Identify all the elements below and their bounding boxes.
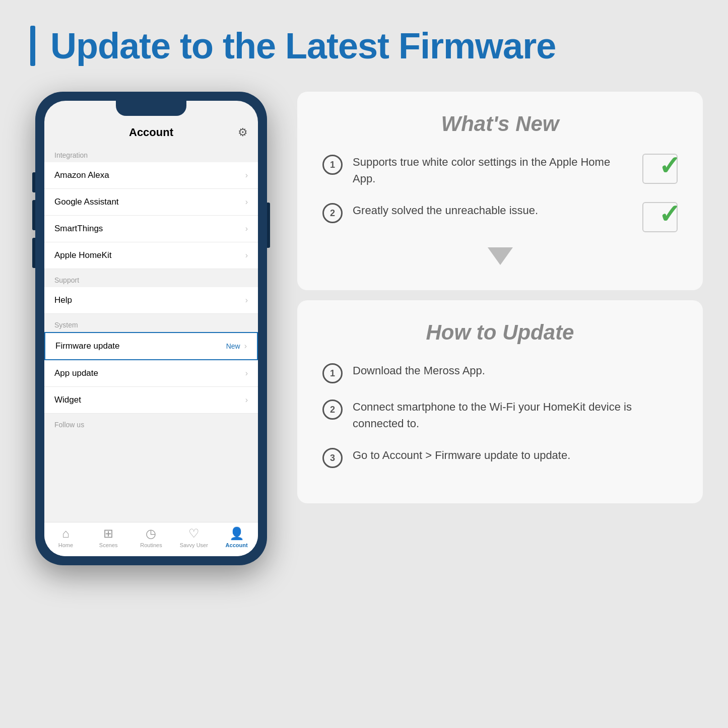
right-panel: What's New 1 Supports true white color s… (297, 82, 703, 714)
nav-item-scenes[interactable]: ⊞ Scenes (87, 526, 130, 548)
menu-item-smartthings[interactable]: SmartThings › (44, 216, 258, 242)
step-number-2: 2 (322, 400, 343, 420)
chevron-icon: › (245, 369, 248, 378)
arrow-down (322, 247, 678, 265)
menu-item-amazon-alexa[interactable]: Amazon Alexa › (44, 162, 258, 189)
bottom-nav: ⌂ Home ⊞ Scenes ◷ Routines ♡ (44, 522, 258, 556)
menu-item-apple-homekit[interactable]: Apple HomeKit › (44, 242, 258, 269)
how-to-update-card: How to Update 1 Download the Meross App.… (297, 300, 703, 503)
checkmark-2 (642, 202, 678, 232)
whats-new-item-1: 1 Supports true white color settings in … (322, 154, 678, 187)
title-bar: Update to the Latest Firmware (0, 0, 728, 82)
whats-new-list: 1 Supports true white color settings in … (322, 154, 678, 232)
home-icon: ⌂ (62, 526, 70, 541)
chevron-icon: › (245, 171, 248, 180)
menu-item-firmware-update[interactable]: Firmware update New › (44, 332, 258, 360)
menu-item-widget[interactable]: Widget › (44, 387, 258, 414)
nav-item-account[interactable]: 👤 Account (215, 526, 258, 548)
feature-text-1: Supports true white color settings in th… (353, 154, 632, 187)
routines-icon: ◷ (146, 526, 156, 541)
gear-icon[interactable]: ⚙ (238, 126, 248, 139)
whats-new-title: What's New (322, 112, 678, 136)
menu-item-help[interactable]: Help › (44, 287, 258, 314)
chevron-icon: › (244, 342, 247, 351)
feature-text-2: Greatly solved the unreachable issue. (353, 202, 632, 219)
phone-button-vol-down (32, 238, 35, 268)
chevron-icon: › (245, 224, 248, 233)
how-to-item-3: 3 Go to Account > Firmware update to upd… (322, 447, 678, 468)
menu-item-google-assistant[interactable]: Google Assistant › (44, 189, 258, 216)
phone-button-power (267, 203, 270, 248)
new-badge: New (226, 342, 240, 350)
nav-item-savvy-user[interactable]: ♡ Savvy User (172, 526, 215, 548)
how-to-item-2: 2 Connect smartphone to the Wi-Fi your H… (322, 399, 678, 432)
step-number-3: 3 (322, 448, 343, 468)
section-label-integration: Integration (44, 144, 258, 162)
phone-button-vol-up (32, 200, 35, 230)
scenes-icon: ⊞ (103, 526, 113, 541)
step-number-1: 1 (322, 363, 343, 383)
phone-screen: Account ⚙ Integration Amazon Alexa › (44, 101, 258, 556)
screen-body: Integration Amazon Alexa › Google Assist… (44, 144, 258, 522)
checkmark-1 (642, 154, 678, 184)
screen-title: Account (129, 126, 173, 139)
chevron-icon: › (245, 197, 248, 207)
whats-new-item-2: 2 Greatly solved the unreachable issue. (322, 202, 678, 232)
phone-button-silent (32, 172, 35, 192)
how-to-update-title: How to Update (322, 320, 678, 345)
section-label-system: System (44, 314, 258, 332)
menu-item-app-update[interactable]: App update › (44, 360, 258, 387)
feature-number-2: 2 (322, 203, 343, 223)
chevron-icon: › (245, 395, 248, 405)
nav-item-routines[interactable]: ◷ Routines (130, 526, 173, 548)
phone-notch (116, 101, 186, 116)
page-title: Update to the Latest Firmware (50, 25, 556, 67)
how-to-item-1: 1 Download the Meross App. (322, 362, 678, 383)
step-text-1: Download the Meross App. (353, 362, 678, 379)
whats-new-card: What's New 1 Supports true white color s… (297, 92, 703, 290)
step-text-3: Go to Account > Firmware update to updat… (353, 447, 678, 464)
savvy-user-icon: ♡ (188, 526, 200, 541)
nav-item-home[interactable]: ⌂ Home (44, 526, 87, 548)
chevron-icon: › (245, 251, 248, 260)
how-to-update-list: 1 Download the Meross App. 2 Connect sma… (322, 362, 678, 468)
screen-header: Account ⚙ (44, 121, 258, 144)
step-text-2: Connect smartphone to the Wi-Fi your Hom… (353, 399, 678, 432)
phone-section: Account ⚙ Integration Amazon Alexa › (25, 82, 277, 714)
phone-mockup: Account ⚙ Integration Amazon Alexa › (35, 92, 267, 565)
title-bar-accent (30, 26, 35, 66)
main-content: Account ⚙ Integration Amazon Alexa › (0, 82, 728, 714)
feature-number-1: 1 (322, 155, 343, 175)
chevron-icon: › (245, 296, 248, 305)
screen-content: Account ⚙ Integration Amazon Alexa › (44, 101, 258, 556)
section-label-support: Support (44, 269, 258, 287)
account-icon: 👤 (229, 526, 244, 541)
section-label-follow: Follow us (44, 414, 258, 432)
